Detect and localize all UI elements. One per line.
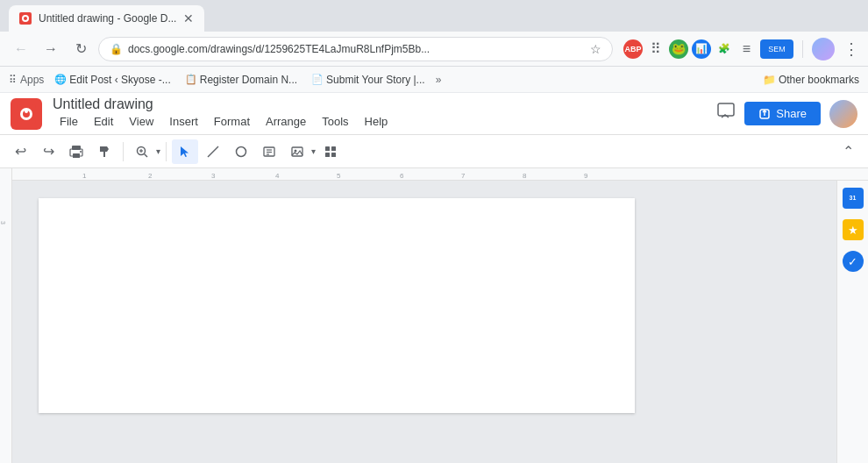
- menu-help[interactable]: Help: [358, 112, 395, 131]
- bookmarks-more-button[interactable]: »: [436, 74, 442, 86]
- toolbar-right: ⌃: [835, 139, 861, 164]
- app-title-area: Untitled drawing File Edit View Insert F…: [53, 96, 395, 131]
- bookmark-label-3: Submit Your Story |...: [326, 74, 425, 86]
- comment-button[interactable]: [716, 102, 736, 125]
- bookmark-item-3[interactable]: 📄 Submit Your Story |...: [308, 72, 429, 88]
- apps-bookmark-item[interactable]: ⠿ Apps: [9, 74, 44, 86]
- canvas-area[interactable]: 31 ★ ✓: [12, 181, 868, 463]
- svg-point-12: [80, 151, 82, 153]
- lock-icon: 🔒: [110, 43, 123, 55]
- ruler-mark-9: 9: [584, 172, 587, 180]
- bookmark-icon-1: 🌐: [54, 74, 67, 85]
- print-button[interactable]: [63, 139, 89, 164]
- document-title[interactable]: Untitled drawing: [53, 96, 395, 112]
- ruler-mark-7: 7: [461, 172, 465, 180]
- address-bar[interactable]: 🔒 docs.google.com/drawings/d/1259625TE4L…: [98, 37, 613, 61]
- sem-extension-icon[interactable]: SEM: [760, 39, 793, 59]
- line-tool-button[interactable]: [200, 139, 226, 164]
- user-profile-avatar[interactable]: [812, 38, 835, 61]
- more-tools-button[interactable]: [317, 139, 344, 164]
- ruler-mark-1: 1: [82, 172, 86, 180]
- browser-ext-icon[interactable]: 📊: [692, 39, 711, 59]
- svg-rect-11: [73, 153, 80, 158]
- ruler-mark-8: 8: [523, 172, 526, 180]
- refresh-button[interactable]: ↻: [68, 37, 93, 61]
- menu-edit[interactable]: Edit: [87, 112, 120, 131]
- text-tool-button[interactable]: [256, 139, 282, 164]
- forward-button[interactable]: →: [39, 37, 63, 61]
- svg-line-17: [208, 146, 218, 157]
- tab-title: Untitled drawing - Google D...: [39, 12, 176, 25]
- menu-format[interactable]: Format: [207, 112, 257, 131]
- user-avatar[interactable]: [829, 100, 857, 128]
- bookmarks-bar: ⠿ Apps 🌐 Edit Post ‹ Skyose -... 📋 Regis…: [0, 67, 868, 93]
- menu-insert[interactable]: Insert: [162, 112, 205, 131]
- other-bookmarks-folder[interactable]: 📁 Other bookmarks: [763, 74, 859, 86]
- nav-divider: [802, 40, 803, 58]
- ruler-mark-2: 2: [148, 172, 152, 180]
- apps-label: Apps: [20, 74, 44, 86]
- undo-button[interactable]: ↩: [7, 139, 33, 164]
- other-bookmarks-label: Other bookmarks: [779, 74, 859, 86]
- menu-icon[interactable]: ≡: [737, 39, 757, 59]
- keep-icon-symbol: ★: [848, 224, 858, 237]
- app-menu-bar: File Edit View Insert Format Arrange Too…: [53, 112, 395, 131]
- keep-panel-icon[interactable]: ★: [843, 219, 864, 240]
- canvas-right: 1 2 3 4 5 6 7 8 9: [12, 168, 868, 463]
- bookmark-item-1[interactable]: 🌐 Edit Post ‹ Skyose -...: [51, 72, 174, 88]
- app-header: Untitled drawing File Edit View Insert F…: [0, 93, 868, 135]
- calendar-panel-icon[interactable]: 31: [843, 188, 864, 209]
- svg-rect-28: [331, 153, 336, 157]
- tab-close-button[interactable]: ✕: [183, 11, 194, 25]
- share-button[interactable]: Share: [744, 102, 821, 125]
- ruler-mark-4: 4: [275, 172, 279, 180]
- zoom-button[interactable]: [129, 139, 155, 164]
- calendar-icon-label: 31: [850, 195, 857, 202]
- tab-bar: Untitled drawing - Google D... ✕: [0, 0, 868, 32]
- bookmark-star-button[interactable]: ☆: [590, 42, 601, 56]
- svg-point-18: [237, 146, 246, 156]
- drawing-canvas[interactable]: [39, 198, 635, 413]
- tasks-panel-icon[interactable]: ✓: [843, 251, 864, 272]
- right-panel: 31 ★ ✓: [836, 181, 868, 463]
- menu-tools[interactable]: Tools: [315, 112, 355, 131]
- back-button[interactable]: ←: [9, 37, 33, 61]
- svg-rect-6: [718, 103, 734, 116]
- bookmark-item-2[interactable]: 📋 Register Domain N...: [181, 72, 301, 88]
- app-header-right: Share: [716, 100, 857, 128]
- svg-point-24: [295, 149, 297, 152]
- evernote-extension-icon[interactable]: 🐸: [669, 39, 688, 59]
- active-tab[interactable]: Untitled drawing - Google D... ✕: [9, 5, 204, 32]
- collapse-panel-button[interactable]: ⌃: [835, 139, 861, 164]
- shape-tool-button[interactable]: [228, 139, 254, 164]
- toolbar: ↩ ↪: [0, 135, 868, 168]
- bookmark-label-2: Register Domain N...: [200, 74, 297, 86]
- left-ruler: 1 2 3: [0, 168, 12, 463]
- address-text: docs.google.com/drawings/d/1259625TE4LaJ…: [128, 43, 585, 55]
- app-logo: [11, 98, 42, 130]
- paint-format-button[interactable]: [91, 139, 117, 164]
- extension-icons: ABP ⠿ 🐸 📊 🧩 ≡ SEM: [623, 39, 793, 59]
- svg-line-14: [145, 153, 148, 157]
- zoom-tool-group: ▾: [129, 139, 160, 164]
- folder-icon: 📁: [763, 74, 776, 86]
- puzzle-extension-icon[interactable]: 🧩: [715, 39, 734, 59]
- menu-file[interactable]: File: [53, 112, 85, 131]
- select-tool-button[interactable]: [172, 139, 198, 164]
- apps-grid-icon: ⠿: [9, 74, 17, 86]
- image-tool-button[interactable]: [284, 139, 310, 164]
- ruler-mark-3: 3: [211, 172, 215, 180]
- svg-rect-27: [325, 153, 330, 157]
- bookmark-icon-2: 📋: [185, 74, 197, 85]
- ruler-mark-6: 6: [400, 172, 403, 180]
- menu-view[interactable]: View: [122, 112, 160, 131]
- adblock-extension-icon[interactable]: ABP: [623, 39, 643, 59]
- redo-button[interactable]: ↪: [35, 139, 61, 164]
- menu-arrange[interactable]: Arrange: [259, 112, 313, 131]
- extensions-dots-icon[interactable]: ⠿: [646, 39, 665, 59]
- chrome-menu-button[interactable]: ⋮: [843, 39, 859, 59]
- image-dropdown-chevron[interactable]: ▾: [311, 146, 316, 156]
- tab-favicon: [19, 12, 32, 25]
- svg-point-5: [25, 110, 28, 113]
- zoom-dropdown-chevron[interactable]: ▾: [156, 146, 160, 156]
